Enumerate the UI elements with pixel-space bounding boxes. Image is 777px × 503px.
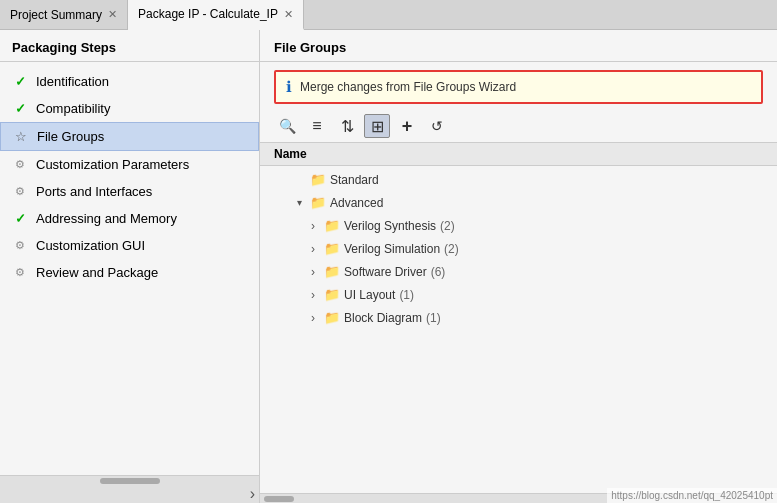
step-label-file-groups: File Groups [37,129,104,144]
tree-item-software-driver[interactable]: › 📁 Software Driver (6) [260,260,777,283]
tab-package-ip-label: Package IP - Calculate_IP [138,7,278,21]
tree-item-ui-layout[interactable]: › 📁 UI Layout (1) [260,283,777,306]
toggle-sd[interactable]: › [306,265,320,279]
tree-count-sd: (6) [431,265,446,279]
toggle-vs[interactable]: › [306,219,320,233]
step-customization-gui[interactable]: ⚙ Customization GUI [0,232,259,259]
check-icon-addressing: ✓ [12,211,28,226]
step-label-ports: Ports and Interfaces [36,184,152,199]
tab-project-summary-close[interactable]: ✕ [108,8,117,21]
packaging-steps-title: Packaging Steps [0,30,259,62]
toggle-bd[interactable]: › [306,311,320,325]
add-btn[interactable]: + [394,114,420,138]
tree-label-sd: Software Driver [344,265,427,279]
step-file-groups[interactable]: ☆ File Groups [0,122,259,151]
tree-item-verilog-simulation[interactable]: › 📁 Verilog Simulation (2) [260,237,777,260]
step-identification[interactable]: ✓ Identification [0,68,259,95]
step-label-review: Review and Package [36,265,158,280]
tree-count-ui: (1) [399,288,414,302]
tab-project-summary[interactable]: Project Summary ✕ [0,0,128,29]
url-bar: https://blog.csdn.net/qq_42025410pt [607,488,777,503]
settings-icon-cust-params: ⚙ [12,158,28,171]
tab-package-ip-close[interactable]: ✕ [284,8,293,21]
step-customization-parameters[interactable]: ⚙ Customization Parameters [0,151,259,178]
folder-icon-bd: 📁 [324,310,340,325]
tab-project-summary-label: Project Summary [10,8,102,22]
left-scrollbar-thumb [100,478,160,484]
left-panel-footer: › [0,485,259,503]
settings-icon-ports: ⚙ [12,185,28,198]
tree-item-standard[interactable]: 📁 Standard [260,168,777,191]
tab-bar: Project Summary ✕ Package IP - Calculate… [0,0,777,30]
tree-label-vsim: Verilog Simulation [344,242,440,256]
file-tree: 📁 Standard ▾ 📁 Advanced › 📁 Verilog Synt… [260,166,777,493]
filter-btn[interactable]: ≡ [304,114,330,138]
tree-count-vs: (2) [440,219,455,233]
file-groups-title: File Groups [260,30,777,62]
step-label-compatibility: Compatibility [36,101,110,116]
toggle-advanced[interactable]: ▾ [292,197,306,208]
tree-label-vs: Verilog Synthesis [344,219,436,233]
toolbar: 🔍 ≡ ⇅ ⊞ + ↺ [260,110,777,143]
check-icon-identification: ✓ [12,74,28,89]
bottom-scrollbar-thumb [264,496,294,502]
tree-header: Name [260,143,777,166]
step-review-package[interactable]: ⚙ Review and Package [0,259,259,286]
settings-icon-cust-gui: ⚙ [12,239,28,252]
folder-icon-vs: 📁 [324,218,340,233]
tree-label-ui: UI Layout [344,288,395,302]
tree-label-advanced: Advanced [330,196,383,210]
step-addressing-memory[interactable]: ✓ Addressing and Memory [0,205,259,232]
alert-bar: ℹ Merge changes from File Groups Wizard [274,70,763,104]
tree-count-vsim: (2) [444,242,459,256]
folder-icon-standard: 📁 [310,172,326,187]
main-content: Packaging Steps ✓ Identification ✓ Compa… [0,30,777,503]
check-icon-compatibility: ✓ [12,101,28,116]
merge-btn[interactable]: ⊞ [364,114,390,138]
settings-icon-review: ⚙ [12,266,28,279]
tree-count-bd: (1) [426,311,441,325]
toggle-ui[interactable]: › [306,288,320,302]
right-panel: File Groups ℹ Merge changes from File Gr… [260,30,777,503]
search-btn[interactable]: 🔍 [274,114,300,138]
step-compatibility[interactable]: ✓ Compatibility [0,95,259,122]
left-panel-scrollbar[interactable] [0,475,259,485]
folder-icon-vsim: 📁 [324,241,340,256]
tab-package-ip[interactable]: Package IP - Calculate_IP ✕ [128,0,304,30]
tree-label-bd: Block Diagram [344,311,422,325]
step-label-addressing: Addressing and Memory [36,211,177,226]
step-label-cust-params: Customization Parameters [36,157,189,172]
step-ports-interfaces[interactable]: ⚙ Ports and Interfaces [0,178,259,205]
alert-info-icon: ℹ [286,78,292,96]
tree-item-block-diagram[interactable]: › 📁 Block Diagram (1) [260,306,777,329]
refresh-btn[interactable]: ↺ [424,114,450,138]
left-panel-expand-btn[interactable]: › [250,485,255,503]
folder-icon-ui: 📁 [324,287,340,302]
steps-list: ✓ Identification ✓ Compatibility ☆ File … [0,62,259,475]
tree-item-verilog-synthesis[interactable]: › 📁 Verilog Synthesis (2) [260,214,777,237]
active-icon-file-groups: ☆ [13,129,29,144]
folder-icon-advanced: 📁 [310,195,326,210]
step-label-cust-gui: Customization GUI [36,238,145,253]
left-panel: Packaging Steps ✓ Identification ✓ Compa… [0,30,260,503]
toggle-vsim[interactable]: › [306,242,320,256]
alert-text: Merge changes from File Groups Wizard [300,80,516,94]
tree-label-standard: Standard [330,173,379,187]
step-label-identification: Identification [36,74,109,89]
sort-btn[interactable]: ⇅ [334,114,360,138]
folder-icon-sd: 📁 [324,264,340,279]
tree-item-advanced[interactable]: ▾ 📁 Advanced [260,191,777,214]
